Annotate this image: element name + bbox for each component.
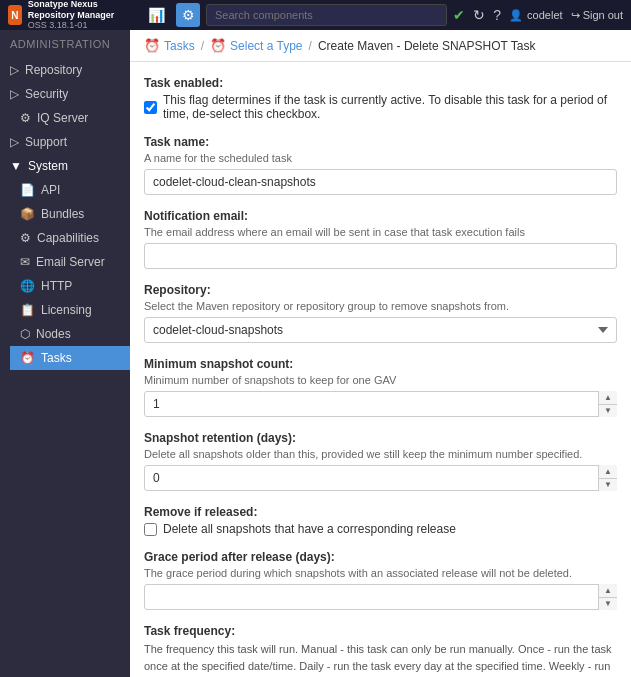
sidebar-label-tasks: Tasks xyxy=(41,351,72,365)
snapshot-retention-input[interactable] xyxy=(144,465,617,491)
search-input[interactable] xyxy=(206,4,447,26)
sidebar: Administration ▷ Repository ▷ Security ⚙… xyxy=(0,30,130,677)
snapshot-retention-up[interactable]: ▲ xyxy=(599,465,617,479)
security-children: ⚙ IQ Server xyxy=(0,106,130,130)
system-children: 📄 API 📦 Bundles ⚙ Capabilities ✉ Email S… xyxy=(0,178,130,370)
system-arrow-icon: ▼ xyxy=(10,159,22,173)
security-icon: ▷ xyxy=(10,87,19,101)
grace-period-down[interactable]: ▼ xyxy=(599,598,617,611)
sidebar-item-support[interactable]: ▷ Support xyxy=(0,130,130,154)
task-enabled-desc: This flag determines if the task is curr… xyxy=(163,93,617,121)
snapshot-retention-down[interactable]: ▼ xyxy=(599,479,617,492)
sidebar-label-iq-server: IQ Server xyxy=(37,111,88,125)
capabilities-icon: ⚙ xyxy=(20,231,31,245)
bundles-icon: 📦 xyxy=(20,207,35,221)
sidebar-label-nodes: Nodes xyxy=(36,327,71,341)
sidebar-item-capabilities[interactable]: ⚙ Capabilities xyxy=(10,226,130,250)
breadcrumb-select-label: Select a Type xyxy=(230,39,303,53)
brand-icon: N xyxy=(8,5,22,25)
task-name-label: Task name: xyxy=(144,135,617,149)
breadcrumb-current: Create Maven - Delete SNAPSHOT Task xyxy=(318,39,536,53)
grace-period-input[interactable] xyxy=(144,584,617,610)
min-snapshot-down[interactable]: ▼ xyxy=(599,405,617,418)
signout-label: Sign out xyxy=(583,9,623,21)
api-icon: 📄 xyxy=(20,183,35,197)
task-frequency-label: Task frequency: xyxy=(144,624,617,638)
form-area: Task enabled: This flag determines if th… xyxy=(130,62,631,677)
nodes-icon: ⬡ xyxy=(20,327,30,341)
breadcrumb: ⏰ Tasks / ⏰ Select a Type / Create Maven… xyxy=(130,30,631,62)
sidebar-label-capabilities: Capabilities xyxy=(37,231,99,245)
grace-period-up[interactable]: ▲ xyxy=(599,584,617,598)
repository-icon: ▷ xyxy=(10,63,19,77)
sidebar-item-system[interactable]: ▼ System xyxy=(0,154,130,178)
analytics-icon[interactable]: 📊 xyxy=(144,3,168,27)
remove-released-label: Remove if released: xyxy=(144,505,617,519)
min-snapshot-spin-btns: ▲ ▼ xyxy=(598,391,617,417)
http-icon: 🌐 xyxy=(20,279,35,293)
email-server-icon: ✉ xyxy=(20,255,30,269)
settings-icon[interactable]: ⚙ xyxy=(176,3,200,27)
username: codelet xyxy=(527,9,562,21)
breadcrumb-tasks[interactable]: ⏰ Tasks xyxy=(144,38,195,53)
sidebar-admin-label: Administration xyxy=(0,30,130,58)
topbar: N Sonatype Nexus Repository Manager OSS … xyxy=(0,0,631,30)
task-enabled-checkbox[interactable] xyxy=(144,101,157,114)
main-layout: Administration ▷ Repository ▷ Security ⚙… xyxy=(0,30,631,677)
breadcrumb-select-type[interactable]: ⏰ Select a Type xyxy=(210,38,303,53)
sidebar-label-licensing: Licensing xyxy=(41,303,92,317)
snapshot-retention-spinner: ▲ ▼ xyxy=(144,465,617,491)
snapshot-retention-label: Snapshot retention (days): xyxy=(144,431,617,445)
sidebar-label-system: System xyxy=(28,159,68,173)
grace-period-spinner: ▲ ▼ xyxy=(144,584,617,610)
sidebar-label-support: Support xyxy=(25,135,67,149)
task-name-desc: A name for the scheduled task xyxy=(144,152,617,164)
repository-select[interactable]: codelet-cloud-snapshots xyxy=(144,317,617,343)
tasks-icon: ⏰ xyxy=(20,351,35,365)
refresh-icon[interactable]: ↻ xyxy=(473,7,485,23)
sidebar-item-tasks[interactable]: ⏰ Tasks xyxy=(10,346,130,370)
breadcrumb-tasks-label: Tasks xyxy=(164,39,195,53)
snapshot-retention-group: Snapshot retention (days): Delete all sn… xyxy=(144,431,617,491)
min-snapshot-input[interactable] xyxy=(144,391,617,417)
min-snapshot-up[interactable]: ▲ xyxy=(599,391,617,405)
topbar-right: ✔ ↻ ? 👤 codelet ↪ Sign out xyxy=(453,7,623,23)
user-menu[interactable]: 👤 codelet xyxy=(509,9,562,22)
notification-email-input[interactable] xyxy=(144,243,617,269)
task-name-input[interactable] xyxy=(144,169,617,195)
repository-group: Repository: Select the Maven repository … xyxy=(144,283,617,343)
brand-name: Sonatype Nexus Repository Manager xyxy=(28,0,138,20)
iq-server-icon: ⚙ xyxy=(20,111,31,125)
notification-email-desc: The email address where an email will be… xyxy=(144,226,617,238)
task-frequency-desc: The frequency this task will run. Manual… xyxy=(144,641,617,677)
snapshot-retention-spin-btns: ▲ ▼ xyxy=(598,465,617,491)
remove-released-row: Delete all snapshots that have a corresp… xyxy=(144,522,617,536)
sidebar-item-email-server[interactable]: ✉ Email Server xyxy=(10,250,130,274)
breadcrumb-sep-1: / xyxy=(201,39,204,53)
notification-email-group: Notification email: The email address wh… xyxy=(144,209,617,269)
sidebar-item-iq-server[interactable]: ⚙ IQ Server xyxy=(10,106,130,130)
topbar-icons: 📊 ⚙ xyxy=(144,3,200,27)
task-enabled-row: This flag determines if the task is curr… xyxy=(144,93,617,121)
sidebar-label-email-server: Email Server xyxy=(36,255,105,269)
sidebar-item-api[interactable]: 📄 API xyxy=(10,178,130,202)
sidebar-label-api: API xyxy=(41,183,60,197)
help-icon[interactable]: ? xyxy=(493,7,501,23)
min-snapshot-group: Minimum snapshot count: Minimum number o… xyxy=(144,357,617,417)
remove-released-checkbox[interactable] xyxy=(144,523,157,536)
snapshot-retention-desc: Delete all snapshots older than this, pr… xyxy=(144,448,617,460)
sidebar-label-security: Security xyxy=(25,87,68,101)
sidebar-item-repository[interactable]: ▷ Repository xyxy=(0,58,130,82)
min-snapshot-label: Minimum snapshot count: xyxy=(144,357,617,371)
sidebar-item-licensing[interactable]: 📋 Licensing xyxy=(10,298,130,322)
sidebar-item-bundles[interactable]: 📦 Bundles xyxy=(10,202,130,226)
sidebar-item-http[interactable]: 🌐 HTTP xyxy=(10,274,130,298)
remove-released-group: Remove if released: Delete all snapshots… xyxy=(144,505,617,536)
min-snapshot-spinner: ▲ ▼ xyxy=(144,391,617,417)
repository-desc: Select the Maven repository or repositor… xyxy=(144,300,617,312)
sidebar-item-nodes[interactable]: ⬡ Nodes xyxy=(10,322,130,346)
brand: N Sonatype Nexus Repository Manager OSS … xyxy=(8,0,138,31)
notification-email-label: Notification email: xyxy=(144,209,617,223)
sidebar-item-security[interactable]: ▷ Security xyxy=(0,82,130,106)
signout-link[interactable]: ↪ Sign out xyxy=(571,9,623,22)
